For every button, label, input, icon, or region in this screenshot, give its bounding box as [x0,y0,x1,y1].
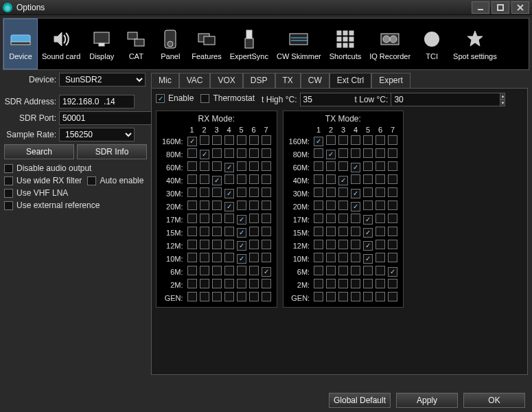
minimize-button[interactable] [472,1,489,14]
matrix-cell[interactable] [363,266,373,275]
matrix-cell[interactable] [212,161,222,171]
matrix-cell[interactable] [187,266,197,275]
toolbar-cwskimmer[interactable]: CW Skimmer [273,19,325,69]
matrix-cell[interactable] [338,240,348,249]
subtab-mic[interactable]: Mic [151,73,179,88]
maximize-button[interactable] [491,1,509,14]
matrix-cell[interactable] [249,214,259,223]
matrix-cell[interactable] [314,148,323,158]
matrix-cell[interactable] [224,135,234,145]
matrix-cell[interactable] [338,148,348,158]
sdr-address-input[interactable] [59,95,135,108]
auto-enable-checkbox[interactable]: Auto enable [87,176,143,185]
matrix-cell[interactable] [249,279,259,288]
matrix-cell[interactable] [187,253,197,262]
tlow-spinner[interactable]: ▲▼ [391,93,439,106]
matrix-cell[interactable] [338,214,348,223]
matrix-cell[interactable] [351,202,360,211]
matrix-cell[interactable] [262,253,271,262]
matrix-cell[interactable] [388,292,397,301]
matrix-cell[interactable] [314,137,323,146]
global-default-button[interactable]: Global Default [329,393,391,408]
matrix-cell[interactable] [388,161,397,171]
matrix-cell[interactable] [351,253,360,262]
matrix-cell[interactable] [314,187,323,197]
toolbar-iqrecorder[interactable]: IQ Recorder [365,19,415,69]
matrix-cell[interactable] [314,214,323,223]
subtab-vac[interactable]: VAC [179,73,211,88]
matrix-cell[interactable] [200,187,209,197]
matrix-cell[interactable] [212,279,222,288]
toolbar-display[interactable]: Display [84,19,119,69]
matrix-cell[interactable] [249,135,259,145]
matrix-cell[interactable] [363,135,373,145]
matrix-cell[interactable] [262,214,271,223]
matrix-cell[interactable] [351,174,360,184]
matrix-cell[interactable] [262,148,271,158]
matrix-cell[interactable] [363,241,373,251]
matrix-cell[interactable] [200,253,209,262]
close-button[interactable] [511,1,529,14]
toolbar-tci[interactable]: TCI [415,19,449,69]
matrix-cell[interactable] [237,174,246,184]
matrix-cell[interactable] [375,227,385,236]
matrix-cell[interactable] [200,214,209,223]
toolbar-spotsettings[interactable]: Spot settings [449,19,501,69]
matrix-cell[interactable] [388,240,397,249]
matrix-cell[interactable] [326,150,336,159]
matrix-cell[interactable] [326,279,336,288]
matrix-cell[interactable] [237,161,246,171]
matrix-cell[interactable] [187,240,197,249]
matrix-cell[interactable] [237,254,246,264]
matrix-cell[interactable] [262,135,271,145]
matrix-cell[interactable] [351,214,360,223]
matrix-cell[interactable] [375,174,385,184]
thigh-spinner[interactable]: ▲▼ [300,93,348,106]
matrix-cell[interactable] [388,174,397,184]
matrix-cell[interactable] [388,135,397,145]
matrix-cell[interactable] [212,266,222,275]
matrix-cell[interactable] [388,187,397,197]
matrix-cell[interactable] [212,201,222,210]
matrix-cell[interactable] [262,174,271,184]
matrix-cell[interactable] [351,240,360,249]
matrix-cell[interactable] [262,227,271,236]
matrix-cell[interactable] [237,266,246,275]
matrix-cell[interactable] [326,253,336,262]
matrix-cell[interactable] [375,240,385,249]
matrix-cell[interactable] [249,161,259,171]
matrix-cell[interactable] [351,189,360,198]
subtab-expert[interactable]: Expert [371,73,410,88]
vhf-lna-checkbox[interactable]: Use VHF LNA [4,188,147,198]
matrix-cell[interactable] [388,267,397,277]
matrix-cell[interactable] [326,227,336,236]
matrix-cell[interactable] [224,279,234,288]
toolbar-device[interactable]: Device [3,19,38,69]
matrix-cell[interactable] [375,161,385,171]
matrix-cell[interactable] [338,292,348,301]
sample-rate-select[interactable]: 156250 [59,128,135,141]
matrix-cell[interactable] [375,279,385,288]
matrix-cell[interactable] [224,202,234,211]
matrix-cell[interactable] [338,266,348,275]
search-button[interactable]: Search [4,144,74,159]
device-select[interactable]: SunSDR2 [59,73,146,87]
enable-checkbox[interactable]: Enable [156,93,194,103]
sdr-port-spinner[interactable]: ▲▼ [59,111,135,125]
ext-ref-checkbox[interactable]: Use external reference [4,201,147,210]
matrix-cell[interactable] [326,161,336,171]
matrix-cell[interactable] [375,148,385,158]
subtab-vox[interactable]: VOX [210,73,242,88]
matrix-cell[interactable] [187,292,197,301]
matrix-cell[interactable] [314,174,323,184]
matrix-cell[interactable] [314,201,323,210]
matrix-cell[interactable] [212,214,222,223]
matrix-cell[interactable] [338,176,348,185]
matrix-cell[interactable] [262,240,271,249]
matrix-cell[interactable] [363,215,373,225]
matrix-cell[interactable] [187,137,197,146]
matrix-cell[interactable] [375,292,385,301]
matrix-cell[interactable] [200,240,209,249]
matrix-cell[interactable] [224,227,234,236]
matrix-cell[interactable] [351,135,360,145]
